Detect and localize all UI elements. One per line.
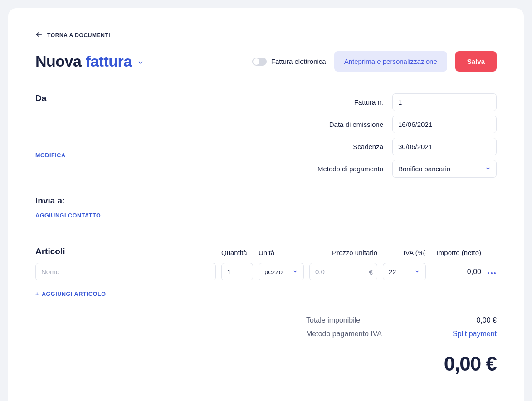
svg-point-1 xyxy=(488,272,489,274)
chevron-down-icon xyxy=(485,165,491,173)
col-price: Prezzo unitario xyxy=(309,249,377,256)
article-qty-input[interactable] xyxy=(221,263,253,280)
plus-icon: + xyxy=(35,291,39,297)
subtotal-label: Totale imponibile xyxy=(306,316,360,324)
article-vat-select[interactable]: 22 xyxy=(383,263,426,280)
col-qty: Quantità xyxy=(221,249,253,256)
col-vat: IVA (%) xyxy=(383,249,426,256)
save-button[interactable]: Salva xyxy=(455,51,497,72)
due-date-input[interactable] xyxy=(392,138,497,155)
article-more-button[interactable] xyxy=(487,268,497,276)
article-unit-select[interactable]: pezzo xyxy=(259,263,304,280)
add-article-button[interactable]: + AGGIUNGI ARTICOLO xyxy=(35,291,106,297)
article-row: pezzo € 22 0,00 xyxy=(35,263,497,280)
currency-symbol: € xyxy=(369,268,373,275)
svg-point-2 xyxy=(491,272,493,274)
add-article-label: AGGIUNGI ARTICOLO xyxy=(42,291,106,297)
vat-method-label: Metodo pagamento IVA xyxy=(306,330,382,338)
einvoice-label: Fattura elettronica xyxy=(271,58,326,65)
article-name-input[interactable] xyxy=(35,263,216,280)
payment-method-value: Bonifico bancario xyxy=(398,165,450,173)
article-unit-value: pezzo xyxy=(264,268,283,275)
preview-button[interactable]: Anteprima e personalizzazione xyxy=(334,51,447,72)
from-label: Da xyxy=(35,93,299,103)
back-to-documents-link[interactable]: TORNA A DOCUMENTI xyxy=(35,31,110,39)
due-date-label: Scadenza xyxy=(317,143,383,150)
article-amount: 0,00 xyxy=(431,268,481,276)
invoice-card: TORNA A DOCUMENTI Nuova fattura Fattura … xyxy=(8,8,524,401)
back-label: TORNA A DOCUMENTI xyxy=(47,32,110,39)
svg-point-3 xyxy=(494,272,496,274)
invoice-number-input[interactable] xyxy=(392,93,497,111)
chevron-down-icon xyxy=(137,59,144,68)
chevron-down-icon xyxy=(415,268,420,275)
payment-method-select[interactable]: Bonifico bancario xyxy=(392,160,497,178)
edit-sender-link[interactable]: MODIFICA xyxy=(35,152,66,159)
einvoice-toggle[interactable] xyxy=(252,58,267,66)
dots-horizontal-icon xyxy=(488,268,496,276)
col-unit: Unità xyxy=(259,249,304,256)
split-payment-link[interactable]: Split payment xyxy=(453,330,497,338)
page-title: Nuova fattura xyxy=(35,53,132,70)
chevron-down-icon xyxy=(293,268,298,275)
arrow-left-icon xyxy=(35,31,43,39)
payment-method-label: Metodo di pagamento xyxy=(317,165,383,173)
article-vat-value: 22 xyxy=(389,268,396,275)
document-type-dropdown[interactable] xyxy=(137,56,144,68)
articles-heading: Articoli xyxy=(35,246,216,256)
col-amount: Importo (netto) xyxy=(431,249,481,256)
subtotal-value: 0,00 € xyxy=(477,316,497,324)
sendto-label: Invia a: xyxy=(35,196,497,206)
invoice-number-label: Fattura n. xyxy=(317,98,383,106)
add-contact-link[interactable]: AGGIUNGI CONTATTO xyxy=(35,213,101,219)
article-price-input[interactable] xyxy=(309,263,377,280)
issue-date-input[interactable] xyxy=(392,116,497,133)
grand-total: 0,00 € xyxy=(35,353,497,375)
issue-date-label: Data di emissione xyxy=(317,121,383,128)
